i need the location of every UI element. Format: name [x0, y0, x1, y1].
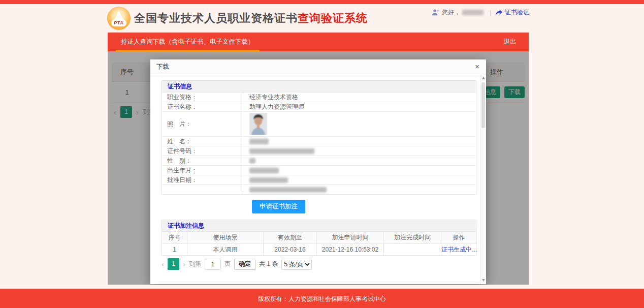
logout-button[interactable]: 退出	[491, 33, 529, 51]
user-icon	[432, 9, 439, 16]
tab-holder-query-download[interactable]: 持证人查询下载（含电子证书、电子文件下载）	[116, 33, 260, 51]
cert-info-table: 职业资格： 经济专业技术资格 证书名称： 助理人力资源管理师 照 片：	[162, 92, 476, 195]
goto-label: 到第	[189, 260, 201, 268]
redacted-value	[249, 139, 269, 144]
user-info: 您好， | 证书验证	[432, 8, 529, 17]
page-unit-label: 页	[224, 260, 231, 268]
cert-generating-link[interactable]: 证书生成中...	[441, 246, 477, 253]
field-row-id-number: 证件号码：	[162, 146, 476, 156]
top-accent-bar	[0, 0, 644, 4]
field-value	[243, 156, 476, 166]
field-label	[162, 185, 243, 195]
annotation-pagination: ‹ 1 › 到第 页 确定 共 1 条 5 条/页	[162, 258, 472, 270]
total-count-label: 共 1 条	[259, 260, 278, 268]
content-panel: 序号 操作 1 证书信息 下载 ‹ 1 › 到第 下载	[108, 51, 529, 285]
cell-valid-until: 2022-03-16	[264, 244, 317, 256]
site-title: 全国专业技术人员职业资格证书	[134, 11, 298, 26]
confirm-page-button[interactable]: 确定	[234, 259, 255, 270]
field-value	[243, 166, 476, 175]
modal-title: 下载	[156, 59, 169, 74]
apply-annotation-button[interactable]: 申请证书加注	[252, 200, 305, 213]
field-value	[243, 112, 476, 137]
current-page-button[interactable]: 1	[168, 258, 179, 270]
next-page-icon[interactable]: ›	[183, 259, 185, 270]
cert-info-section-title: 证书信息	[162, 80, 476, 92]
field-label: 批准日期：	[162, 175, 243, 185]
share-arrow-icon	[495, 9, 503, 16]
close-icon[interactable]: ×	[475, 62, 479, 71]
pta-logo: PTA	[107, 7, 131, 30]
field-value: 助理人力资源管理师	[243, 102, 476, 112]
prev-page-icon[interactable]: ‹	[162, 259, 164, 270]
redacted-value	[249, 158, 255, 164]
page-number-input[interactable]	[205, 259, 221, 270]
download-modal: 下载 × 证书信息 职业资格： 经济专业技术资格 证书名称： 助理人力资源管理师…	[150, 59, 486, 284]
field-label: 职业资格：	[162, 93, 243, 102]
cell-scene: 本人调用	[187, 244, 264, 256]
greeting-text: 您好，	[442, 8, 460, 17]
scroll-down-icon[interactable]	[482, 279, 485, 282]
field-row-photo: 照 片：	[162, 112, 476, 137]
cell-apply-time: 2021-12-16 10:53:02	[317, 244, 384, 256]
site-logo-group: PTA 全国专业技术人员职业资格证书查询验证系统	[107, 7, 368, 30]
field-label: 姓 名：	[162, 137, 243, 146]
cell-index: 1	[162, 244, 187, 256]
scrollbar-thumb[interactable]	[481, 82, 485, 128]
field-row-birth: 出生年月：	[162, 166, 476, 175]
annotation-header-row: 序号 使用场景 有效期至 加注申请时间 加注完成时间 操作	[162, 232, 477, 244]
id-photo	[249, 113, 267, 135]
cell-finish-time	[384, 244, 441, 256]
modal-header: 下载 ×	[150, 59, 486, 74]
copyright-text: 版权所有：人力资源和社会保障部人事考试中心	[258, 295, 386, 302]
field-row-approval-date: 批准日期：	[162, 175, 476, 185]
separator: |	[490, 9, 491, 16]
field-value	[243, 137, 476, 146]
nav-bar: 持证人查询下载（含电子证书、电子文件下载） 退出	[108, 33, 529, 51]
site-header: PTA 全国专业技术人员职业资格证书查询验证系统 您好， | 证书验证	[0, 4, 644, 33]
annotation-row: 1 本人调用 2022-03-16 2021-12-16 10:53:02 证书…	[162, 244, 477, 256]
field-label: 出生年月：	[162, 166, 243, 175]
field-row-name: 姓 名：	[162, 137, 476, 146]
field-row-extra	[162, 185, 476, 195]
scroll-up-icon[interactable]	[482, 77, 485, 79]
field-label: 照 片：	[162, 112, 243, 137]
col-apply-time: 加注申请时间	[317, 232, 384, 244]
cell-action: 证书生成中...	[441, 244, 477, 256]
field-value: 经济专业技术资格	[243, 93, 476, 102]
redacted-value	[249, 187, 327, 193]
field-value	[243, 175, 476, 185]
main-container: 持证人查询下载（含电子证书、电子文件下载） 退出 序号 操作 1 证书信息 下载…	[108, 33, 529, 285]
modal-body: 证书信息 职业资格： 经济专业技术资格 证书名称： 助理人力资源管理师 照 片：	[150, 74, 480, 284]
field-value	[243, 146, 476, 156]
redacted-value	[249, 148, 314, 154]
site-title-accent: 查询验证系统	[298, 11, 368, 26]
field-value	[243, 185, 476, 195]
annotation-table: 序号 使用场景 有效期至 加注申请时间 加注完成时间 操作 1 本人调用 202…	[162, 231, 477, 256]
field-row-gender: 性 别：	[162, 156, 476, 166]
redacted-value	[249, 177, 288, 183]
page-footer: 版权所有：人力资源和社会保障部人事考试中心	[0, 289, 644, 308]
per-page-select[interactable]: 5 条/页	[281, 259, 312, 270]
field-label: 证书名称：	[162, 102, 243, 112]
field-label: 性 别：	[162, 156, 243, 166]
col-finish-time: 加注完成时间	[384, 232, 441, 244]
user-name-redacted	[462, 10, 484, 15]
certificate-verify-link[interactable]: 证书验证	[505, 8, 529, 17]
col-action: 操作	[441, 232, 477, 244]
col-scene: 使用场景	[187, 232, 264, 244]
modal-scrollbar[interactable]	[480, 74, 486, 284]
tab-label: 持证人查询下载（含电子证书、电子文件下载）	[121, 38, 254, 45]
field-label: 证件号码：	[162, 146, 243, 156]
logo-pta-text: PTA	[111, 20, 126, 26]
col-index: 序号	[162, 232, 187, 244]
annot-section-title: 证书加注信息	[162, 220, 476, 231]
redacted-value	[249, 168, 279, 173]
col-valid-until: 有效期至	[264, 232, 317, 244]
field-row-qualification: 职业资格： 经济专业技术资格	[162, 93, 476, 102]
field-row-cert-name: 证书名称： 助理人力资源管理师	[162, 102, 476, 112]
